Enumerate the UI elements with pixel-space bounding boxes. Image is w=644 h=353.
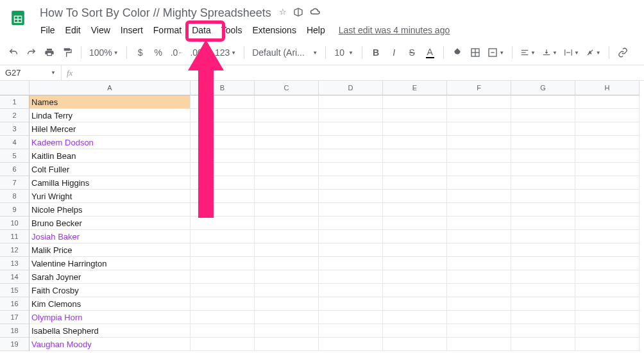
cell[interactable]: [383, 136, 447, 149]
menu-extensions[interactable]: Extensions: [248, 22, 300, 38]
cell[interactable]: [447, 122, 511, 136]
cell[interactable]: [255, 203, 319, 217]
cell[interactable]: Kaitlin Bean: [30, 149, 191, 163]
cell[interactable]: [319, 122, 383, 136]
column-header-E[interactable]: E: [383, 81, 447, 95]
cell[interactable]: [191, 149, 255, 163]
cloud-status-icon[interactable]: [310, 7, 321, 19]
cell[interactable]: Valentine Harrington: [30, 257, 191, 270]
cell[interactable]: [575, 176, 640, 190]
row-header[interactable]: 15: [0, 284, 30, 297]
cell[interactable]: [191, 297, 255, 311]
cell[interactable]: [447, 136, 511, 149]
row-header[interactable]: 6: [0, 163, 30, 176]
column-header-D[interactable]: D: [319, 81, 383, 95]
cell[interactable]: [511, 338, 575, 351]
row-header[interactable]: 1: [0, 95, 30, 109]
cell[interactable]: [191, 176, 255, 190]
cell[interactable]: [383, 95, 447, 109]
cell[interactable]: [319, 95, 383, 109]
cell[interactable]: [575, 270, 640, 284]
cell[interactable]: [383, 217, 447, 230]
cell[interactable]: Kim Clemons: [30, 297, 191, 311]
cell[interactable]: [511, 176, 575, 190]
row-header[interactable]: 5: [0, 149, 30, 163]
cell[interactable]: [319, 324, 383, 338]
cell[interactable]: [383, 109, 447, 122]
cell[interactable]: [255, 190, 319, 203]
cell[interactable]: [319, 338, 383, 351]
cell[interactable]: [255, 338, 319, 351]
strikethrough-button[interactable]: S: [403, 44, 420, 61]
cell[interactable]: [191, 230, 255, 243]
borders-button[interactable]: [467, 44, 484, 61]
cell[interactable]: [511, 203, 575, 217]
cell[interactable]: [255, 230, 319, 243]
fill-color-button[interactable]: [449, 44, 466, 61]
sheets-logo-icon[interactable]: [5, 5, 31, 31]
cell[interactable]: [191, 324, 255, 338]
redo-button[interactable]: [23, 44, 40, 61]
cell[interactable]: [447, 176, 511, 190]
row-header[interactable]: 7: [0, 176, 30, 190]
cell[interactable]: [511, 324, 575, 338]
cell[interactable]: [575, 257, 640, 270]
cell[interactable]: [447, 297, 511, 311]
cell[interactable]: [319, 270, 383, 284]
row-header[interactable]: 3: [0, 122, 30, 136]
percent-button[interactable]: %: [150, 44, 167, 61]
cell[interactable]: [511, 284, 575, 297]
cell[interactable]: [255, 109, 319, 122]
cell[interactable]: [319, 136, 383, 149]
font-dropdown[interactable]: Default (Ari...▼: [250, 44, 320, 61]
cell[interactable]: [575, 163, 640, 176]
decrease-decimal-button[interactable]: .0←: [168, 44, 187, 61]
cell[interactable]: Olympia Horn: [30, 311, 191, 324]
cell[interactable]: [191, 136, 255, 149]
cell[interactable]: [255, 217, 319, 230]
cell[interactable]: [575, 203, 640, 217]
cell[interactable]: [575, 311, 640, 324]
cell[interactable]: [319, 109, 383, 122]
font-size-dropdown[interactable]: 10▼: [331, 44, 357, 61]
cell[interactable]: Malik Price: [30, 243, 191, 257]
cell[interactable]: [255, 122, 319, 136]
cell[interactable]: [511, 190, 575, 203]
cell[interactable]: [255, 176, 319, 190]
cell[interactable]: [511, 243, 575, 257]
text-color-button[interactable]: A: [421, 44, 438, 61]
bold-button[interactable]: B: [368, 44, 384, 61]
cell[interactable]: [383, 338, 447, 351]
cell[interactable]: [575, 95, 640, 109]
cell[interactable]: [319, 257, 383, 270]
row-header[interactable]: 14: [0, 270, 30, 284]
vertical-align-button[interactable]: ▼: [539, 44, 560, 61]
cell[interactable]: [191, 311, 255, 324]
cell[interactable]: [383, 149, 447, 163]
cell[interactable]: Names: [30, 95, 191, 109]
cell[interactable]: [255, 270, 319, 284]
cell[interactable]: [383, 297, 447, 311]
cell[interactable]: [447, 270, 511, 284]
cell[interactable]: [319, 190, 383, 203]
cell[interactable]: [575, 217, 640, 230]
cell[interactable]: [447, 324, 511, 338]
formula-input[interactable]: [78, 65, 644, 80]
cell[interactable]: [383, 230, 447, 243]
cell[interactable]: Yuri Wright: [30, 190, 191, 203]
cell[interactable]: [447, 217, 511, 230]
cell[interactable]: [447, 149, 511, 163]
cell[interactable]: [255, 163, 319, 176]
cell[interactable]: [447, 109, 511, 122]
cell[interactable]: Josiah Baker: [30, 230, 191, 243]
cell[interactable]: [511, 136, 575, 149]
cell[interactable]: [191, 270, 255, 284]
column-header-C[interactable]: C: [255, 81, 319, 95]
text-rotation-button[interactable]: A▼: [583, 44, 604, 61]
cell[interactable]: [255, 284, 319, 297]
cell[interactable]: [447, 243, 511, 257]
cell[interactable]: Camilla Higgins: [30, 176, 191, 190]
cell[interactable]: [575, 190, 640, 203]
cell[interactable]: [255, 311, 319, 324]
menu-view[interactable]: View: [87, 22, 115, 38]
